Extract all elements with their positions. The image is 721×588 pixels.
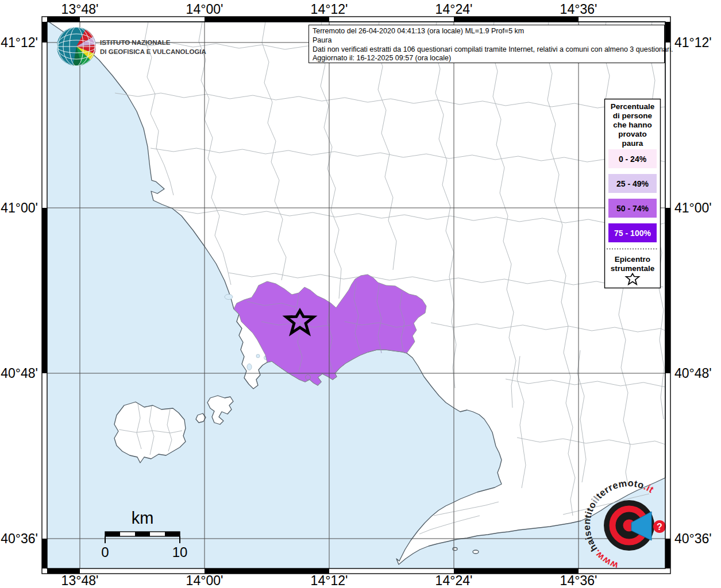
legend-label-25-49: 25 - 49% [616,179,649,188]
islet-li-galli-2 [473,550,479,554]
lat-label-right: 40°48' [674,366,712,381]
question-mark: ? [657,522,662,532]
legend-title-line: provato [618,130,647,138]
legend-title-line: paura [622,139,643,148]
lon-label-bottom: 14°12' [311,573,348,588]
legend-title-line: Percentuale [611,102,655,111]
islet-li-galli-1 [453,548,457,551]
lat-label-right: 41°00' [674,200,712,215]
lon-label-top: 13°48' [61,2,99,17]
lat-label-left: 40°36' [1,531,38,546]
legend: Percentuale di persone che hanno provato… [605,99,661,288]
title-box: Terremoto del 26-04-2020 04:41:13 (ora l… [309,25,673,63]
map-figure: km 0 10 ISTITUTO NAZIONALE DI [0,0,721,588]
ingv-name-line1: ISTITUTO NAZIONALE [100,39,171,46]
lon-label-bottom: 14°24' [435,573,473,588]
lat-label-left: 41°12' [1,35,38,50]
legend-title-line: di persone [613,111,653,120]
legend-label-50-74: 50 - 74% [616,204,649,213]
legend-label-75-100: 75 - 100% [614,229,651,238]
lon-label-top: 14°00' [186,2,223,17]
lat-label-right: 41°12' [674,35,712,50]
legend-label-0-24: 0 - 24% [619,154,647,164]
scale-start-label: 0 [101,544,109,560]
lon-label-bottom: 13°48' [61,573,99,588]
lon-label-bottom: 14°00' [186,573,223,588]
event-title: Terremoto del 26-04-2020 04:41:13 (ora l… [313,27,524,35]
data-note: Dati non verificati estratti da 106 ques… [313,45,673,53]
scale-unit-label: km [132,509,154,527]
lon-label-bottom: 14°36' [560,573,597,588]
ingv-name-line2: DI GEOFISICA E VULCANOLOGIA [100,48,206,55]
legend-title-line: che hanno [613,121,652,129]
scale-end-label: 10 [172,544,188,560]
updated-timestamp: Aggiornato il: 16-12-2025 09:57 (ora loc… [313,54,451,62]
lon-label-top: 14°24' [435,2,473,17]
legend-epicenter-line: strumentale [611,264,655,273]
lat-label-right: 40°36' [674,531,712,546]
map-type-label: Paura [313,36,331,44]
islet-nisida [306,375,311,380]
lon-label-top: 14°12' [311,2,348,17]
lon-label-top: 14°36' [560,2,597,17]
lat-label-left: 41°00' [1,200,38,215]
legend-epicenter-line: Epicentro [615,255,650,264]
lat-label-left: 40°48' [1,366,38,381]
macroseismic-map-page: km 0 10 ISTITUTO NAZIONALE DI [0,0,721,588]
